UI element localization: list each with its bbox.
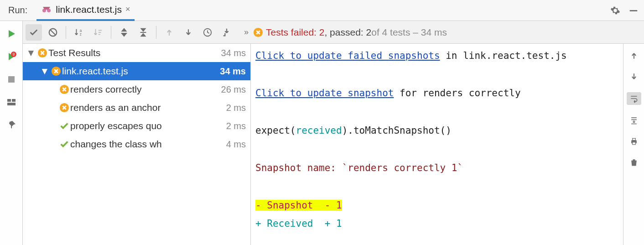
fail-status-icon <box>50 66 62 76</box>
svg-text:9: 9 <box>12 52 15 57</box>
console-text: received <box>296 125 342 136</box>
tree-test-time: 4 ms <box>226 139 246 150</box>
svg-text:z: z <box>80 32 82 36</box>
tree-test[interactable]: properly escapes quo 2 ms <box>23 117 250 135</box>
tree-root-time: 34 ms <box>221 48 246 58</box>
fail-status-icon <box>58 103 70 113</box>
tree-test[interactable]: renders as an anchor 2 ms <box>23 99 250 117</box>
right-gutter <box>623 44 644 245</box>
update-one-link[interactable]: Click to update snapshot <box>255 88 394 99</box>
down-arrow-icon[interactable] <box>628 71 639 82</box>
jest-file-icon <box>41 4 52 15</box>
tree-file-time: 34 ms <box>220 66 246 77</box>
left-gutter: 9 <box>0 21 23 245</box>
svg-rect-7 <box>12 99 16 102</box>
show-ignored-icon[interactable] <box>45 24 61 41</box>
passed-label: , passed: <box>324 27 363 37</box>
tree-test-time: 2 ms <box>226 103 246 113</box>
tree-file[interactable]: ▼ link.react.test.js 34 ms <box>23 62 250 80</box>
tree-test-time: 2 ms <box>226 121 246 131</box>
svg-rect-13 <box>99 30 102 31</box>
minimize-icon[interactable] <box>628 5 639 16</box>
gear-icon[interactable] <box>610 5 620 16</box>
console-text: expect( <box>255 125 296 136</box>
fail-count: 2 <box>319 27 325 37</box>
svg-rect-14 <box>99 32 101 33</box>
tree-test-time: 26 ms <box>221 84 246 95</box>
pass-status-icon <box>58 139 70 149</box>
run-icon[interactable] <box>6 28 17 39</box>
svg-rect-8 <box>7 103 16 105</box>
update-all-link[interactable]: Click to update failed snapshots <box>255 50 440 61</box>
svg-rect-24 <box>632 142 635 145</box>
run-tab-name: link.react.test.js <box>56 4 122 15</box>
close-icon[interactable]: × <box>125 5 130 14</box>
soft-wrap-icon[interactable] <box>627 92 641 105</box>
scroll-to-end-icon[interactable] <box>628 115 639 126</box>
console-output[interactable]: Click to update failed snapshots in link… <box>251 44 623 245</box>
history-icon[interactable] <box>199 24 216 41</box>
up-arrow-icon[interactable] <box>628 50 639 61</box>
next-failed-icon[interactable] <box>180 24 197 41</box>
fail-status-icon <box>58 84 70 94</box>
tree-test-label: changes the class wh <box>70 139 223 150</box>
rerun-failed-icon[interactable]: 9 <box>6 51 17 62</box>
expand-all-icon[interactable] <box>116 24 132 41</box>
tree-test-label: renders as an anchor <box>70 102 223 113</box>
console-text: ).toMatchSnapshot() <box>342 125 452 136</box>
tree-test-label: renders correctly <box>70 84 218 95</box>
test-tree: ▼ Test Results 34 ms ▼ link.react.test.j… <box>23 44 251 245</box>
console-text: in link.react.test.js <box>440 50 567 61</box>
console-text: for renders correctly <box>394 88 520 99</box>
tree-file-label: link.react.test.js <box>62 66 217 77</box>
svg-line-10 <box>51 30 56 35</box>
pin-icon[interactable] <box>6 120 17 130</box>
test-status: » Tests failed: 2 , passed: 2 of 4 tests… <box>244 27 447 38</box>
layout-icon[interactable] <box>6 97 17 108</box>
diff-minus-line: - Snapshot - 1 <box>255 200 342 211</box>
stop-icon[interactable] <box>6 74 17 85</box>
chevron-right-icon: » <box>244 27 249 37</box>
trash-icon[interactable] <box>628 157 639 168</box>
svg-rect-2 <box>630 10 638 11</box>
console-text: Snapshot name: `renders correctly 1` <box>255 162 463 173</box>
test-toolbar: az » Tests failed: 2 , passed: 2 of 4 te… <box>23 21 644 44</box>
pass-status-icon <box>58 121 70 131</box>
collapse-all-icon[interactable] <box>135 24 151 41</box>
fail-status-icon <box>36 48 48 58</box>
passed-count: 2 <box>366 27 372 37</box>
error-icon <box>253 27 263 37</box>
prev-failed-icon[interactable] <box>161 24 177 41</box>
tree-test[interactable]: changes the class wh 4 ms <box>23 135 250 153</box>
sort-alpha-icon[interactable]: az <box>71 24 87 41</box>
run-tab[interactable]: link.react.test.js × <box>36 0 135 21</box>
run-label: Run: <box>4 5 32 16</box>
tree-root[interactable]: ▼ Test Results 34 ms <box>23 44 250 62</box>
print-icon[interactable] <box>628 136 639 147</box>
chevron-down-icon: ▼ <box>39 66 50 77</box>
diff-plus-line: + Received + 1 <box>255 218 342 229</box>
chevron-down-icon: ▼ <box>26 47 36 58</box>
tree-test[interactable]: renders correctly 26 ms <box>23 80 250 99</box>
show-passed-icon[interactable] <box>26 24 42 41</box>
sort-duration-icon[interactable] <box>90 24 106 41</box>
svg-rect-15 <box>99 34 100 35</box>
tree-root-label: Test Results <box>48 47 218 58</box>
import-icon[interactable] <box>218 24 235 41</box>
svg-rect-6 <box>7 99 11 102</box>
total-label: of 4 tests – 34 ms <box>371 27 447 38</box>
titlebar: Run: link.react.test.js × <box>0 0 644 21</box>
svg-rect-23 <box>632 138 635 140</box>
svg-rect-5 <box>8 76 15 83</box>
tree-test-label: properly escapes quo <box>70 120 223 131</box>
fail-label: Tests failed: <box>266 27 317 37</box>
